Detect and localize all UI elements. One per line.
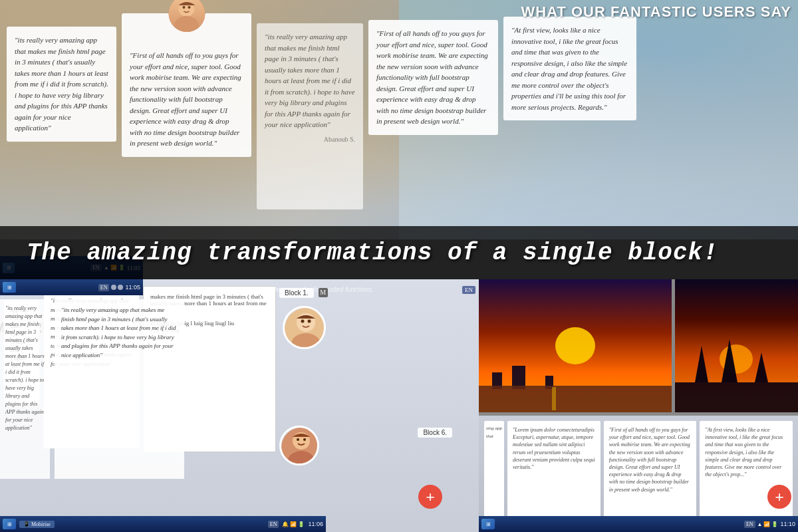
avatar-editor-2 [279,426,319,466]
svg-point-3 [188,6,190,9]
testimonial-text-5: "At first view, looks like a nice innova… [511,26,627,111]
top-testimonials-section: WHAT OUR FANTASTIC USERS SAY "its really… [0,0,798,239]
taskbar-bottom-editor: ⊞ 📱 Mobirise EN 🔔 📶 🔋 11:06 [0,516,326,532]
taskbar-right: ⊞ EN ▲ 📶 🔋 11:10 [479,516,798,532]
notif-dot-1 [111,285,116,290]
svg-rect-18 [512,366,525,389]
lang-editor: EN [268,521,279,528]
bottom-card-1: zing app that [484,421,504,527]
main-title-section: The amazing transformations of a single … [0,226,798,279]
avatar-top-2 [168,0,205,32]
middle-float-card: "its really very amazing app that makes … [55,299,184,479]
lang-badge: EN [462,286,475,294]
start-button-1[interactable]: ⊞ [3,282,16,293]
notif-area-1 [111,285,123,290]
svg-rect-20 [479,386,672,412]
left-overlap-card: "its really very amazing app that makes … [0,299,50,479]
block1-label: Block 1. [279,288,314,298]
main-title: The amazing transformations of a single … [0,239,745,267]
testimonial-card-5: "At first view, looks like a nice innova… [503,17,636,120]
block6-label: Block 6. [418,428,452,438]
plus-button-editor[interactable]: + [418,485,442,509]
notif-area-right: ▲ 📶 🔋 [757,521,779,527]
lorem-card: "Lorem ipsum dolor consecteturadipis Exc… [507,421,600,527]
notif-area-editor: 🔔 📶 🔋 [282,521,305,527]
time-editor: 11:06 [308,521,323,527]
bottom-card-3-text: "First of all hands off to you guys for … [609,427,690,493]
notif-dot-2 [118,285,123,290]
bottom-section: ⊞ EN 11:05 MOBIRISE GIVES YO app thate i… [0,279,798,532]
notif-icons-right: ▲ 📶 🔋 [757,521,779,527]
lorem-text: "Lorem ipsum dolor consecteturadipis Exc… [513,427,595,470]
svg-point-1 [174,16,198,32]
svg-rect-24 [675,382,798,412]
background-collage: WHAT OUR FANTASTIC USERS SAY "its really… [0,0,798,532]
middle-float-text: "its really very amazing app that makes … [61,307,176,358]
svg-point-8 [308,320,311,323]
svg-point-12 [297,438,299,441]
bottom-card-4: "At first view, looks like a nice innova… [700,421,793,527]
testimonial-card-4: "First of all hands off to you guys for … [368,20,498,135]
svg-rect-21 [552,387,556,410]
testimonial-card-3: "its really very amazing app that makes … [257,23,363,209]
testimonial-text-4: "First of all hands off to you guys for … [376,29,488,125]
svg-point-7 [301,320,305,323]
plus-button-right[interactable]: + [767,485,791,509]
taskbar-app-btn[interactable]: 📱 Mobirise [19,521,55,528]
right-screenshots-panel: zing app that "Lorem ipsum dolor consect… [479,279,798,532]
bottom-card-4-text: "At first view, looks like a nice innova… [705,427,783,477]
start-btn-right[interactable]: ⊞ [481,519,495,529]
testimonial-text-2: "First of all hands off to you guys for … [130,51,241,147]
subtitle-content: Shape your future web project with sharp… [150,286,374,293]
block1-icon: M [319,288,328,297]
bottom-card-3: "First of all hands off to you guys for … [604,421,697,527]
lang-right: EN [744,521,755,528]
testimonial-card-1: "its really very amazing app that makes … [7,27,116,142]
testimonial-text-1: "its really very amazing app that makes … [15,36,108,132]
svg-point-13 [303,438,306,441]
testimonial-text-3: "its really very amazing app that makes … [265,33,355,128]
block1-label-container: Block 1. M [279,286,328,298]
en-badge-editor: EN [462,283,475,295]
section-title: WHAT OUR FANTASTIC USERS SAY [521,3,791,21]
bottom-cards-area: zing app that "Lorem ipsum dolor consect… [479,416,798,532]
time-display-1: 11:05 [125,284,140,291]
bottom-card-1-text: zing app that [486,426,502,439]
svg-point-2 [182,6,185,9]
testimonial-author-3: Abanoub S. [265,134,355,144]
sunset-image-1 [479,279,672,412]
sunset-image-2 [675,279,798,412]
lang-1: EN [98,284,110,291]
testimonial-card-2: "First of all hands off to you guys for … [122,13,251,157]
block6-label-container: Block 6. [418,426,452,438]
notif-icons: 🔔 📶 🔋 [282,521,305,527]
taskbar-top-1: ⊞ EN 11:05 [0,279,143,295]
svg-point-15 [555,327,595,364]
left-overlap-text: "its really very amazing app that makes … [5,305,45,431]
start-btn-editor[interactable]: ⊞ [3,519,16,529]
avatar-editor-1 [283,306,326,349]
avatar-face-2 [168,0,205,32]
time-right: 11:10 [780,521,795,527]
